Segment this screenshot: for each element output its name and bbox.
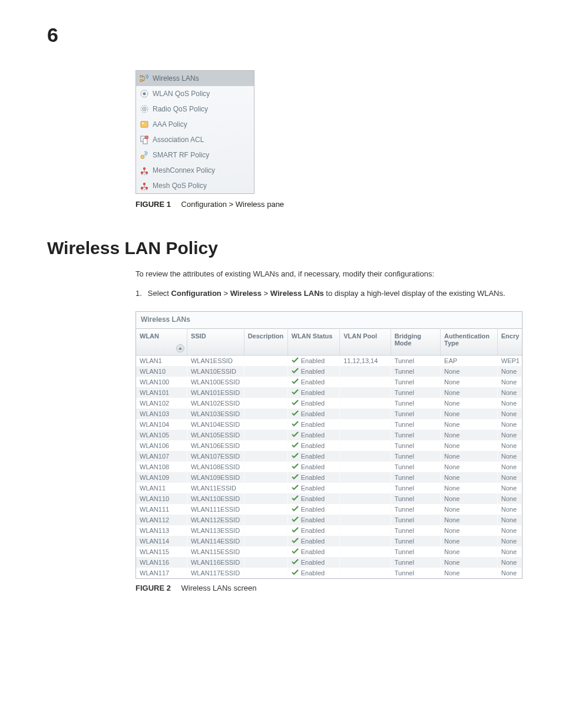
check-icon: [292, 506, 299, 512]
cell-enc: None: [497, 440, 521, 451]
table-row[interactable]: WLAN110WLAN110ESSIDEnabledTunnelNoneNone: [136, 493, 522, 504]
sort-asc-icon[interactable]: [176, 344, 184, 353]
figure2-caption: FIGURE 2 Wireless LANs screen: [135, 584, 521, 592]
cell-wlan: WLAN102: [136, 398, 187, 409]
cell-bridge: Tunnel: [391, 440, 440, 451]
panel-title: Wireless LANs: [136, 312, 522, 328]
tree-item-label: Radio QoS Policy: [153, 103, 208, 115]
tree-item-wlan-qos-policy[interactable]: WLAN QoS Policy: [136, 86, 254, 101]
tree-item-meshconnex-policy[interactable]: MeshConnex Policy: [136, 163, 254, 178]
cell-status: Enabled: [287, 398, 340, 409]
cell-wlan: WLAN114: [136, 536, 187, 546]
table-row[interactable]: WLAN106WLAN106ESSIDEnabledTunnelNoneNone: [136, 440, 522, 451]
cell-wlan: WLAN113: [136, 525, 187, 536]
col-auth[interactable]: Authentication Type: [441, 328, 498, 355]
tree-item-association-acl[interactable]: Association ACL: [136, 132, 254, 147]
cell-desc: [244, 536, 287, 546]
col-encryption[interactable]: Encry: [497, 328, 521, 355]
tree-item-wireless-lans[interactable]: Wireless LANs: [136, 71, 254, 86]
cell-bridge: Tunnel: [391, 355, 440, 366]
table-row[interactable]: WLAN114WLAN114ESSIDEnabledTunnelNoneNone: [136, 536, 522, 546]
cell-bridge: Tunnel: [391, 557, 440, 568]
wireless-lans-panel: Wireless LANs WLAN SSID Description WLAN…: [135, 311, 523, 579]
table-row[interactable]: WLAN105WLAN105ESSIDEnabledTunnelNoneNone: [136, 430, 522, 440]
cell-auth: None: [441, 462, 498, 472]
cell-auth: EAP: [441, 355, 498, 366]
table-row[interactable]: WLAN107WLAN107ESSIDEnabledTunnelNoneNone: [136, 451, 522, 462]
cell-pool: [340, 568, 391, 578]
cell-auth: None: [441, 377, 498, 387]
cell-enc: None: [497, 377, 521, 387]
cell-status: Enabled: [287, 493, 340, 504]
svg-point-3: [143, 93, 146, 95]
check-icon: [292, 474, 299, 480]
cell-auth: None: [441, 568, 498, 578]
table-row[interactable]: WLAN103WLAN103ESSIDEnabledTunnelNoneNone: [136, 409, 522, 419]
cell-enc: None: [497, 409, 521, 419]
svg-point-25: [146, 189, 147, 190]
cell-wlan: WLAN11: [136, 483, 187, 493]
cell-auth: None: [441, 536, 498, 546]
cell-enc: None: [497, 504, 521, 515]
table-row[interactable]: WLAN116WLAN116ESSIDEnabledTunnelNoneNone: [136, 557, 522, 568]
table-row[interactable]: WLAN100WLAN100ESSIDEnabledTunnelNoneNone: [136, 377, 522, 387]
aaa-policy-icon: [140, 120, 149, 129]
table-row[interactable]: WLAN11WLAN11ESSIDEnabledTunnelNoneNone: [136, 483, 522, 493]
cell-status: Enabled: [287, 525, 340, 536]
chapter-number: 6: [47, 24, 521, 47]
tree-item-radio-qos-policy[interactable]: Radio QoS Policy: [136, 101, 254, 117]
cell-auth: None: [441, 387, 498, 398]
table-row[interactable]: WLAN1WLAN1ESSIDEnabled11,12,13,14TunnelE…: [136, 355, 522, 366]
cell-pool: [340, 440, 391, 451]
cell-status: Enabled: [287, 377, 340, 387]
table-row[interactable]: WLAN10WLAN10ESSIDEnabledTunnelNoneNone: [136, 366, 522, 377]
cell-pool: [340, 483, 391, 493]
cell-wlan: WLAN107: [136, 451, 187, 462]
table-row[interactable]: WLAN108WLAN108ESSIDEnabledTunnelNoneNone: [136, 462, 522, 472]
table-row[interactable]: WLAN101WLAN101ESSIDEnabledTunnelNoneNone: [136, 387, 522, 398]
cell-auth: None: [441, 515, 498, 525]
col-bridging[interactable]: Bridging Mode: [391, 328, 440, 355]
svg-rect-7: [141, 121, 148, 127]
table-row[interactable]: WLAN112WLAN112ESSIDEnabledTunnelNoneNone: [136, 515, 522, 525]
table-row[interactable]: WLAN113WLAN113ESSIDEnabledTunnelNoneNone: [136, 525, 522, 536]
cell-desc: [244, 525, 287, 536]
table-row[interactable]: WLAN102WLAN102ESSIDEnabledTunnelNoneNone: [136, 398, 522, 409]
tree-item-mesh-qos-policy[interactable]: Mesh QoS Policy: [136, 178, 254, 193]
table-row[interactable]: WLAN104WLAN104ESSIDEnabledTunnelNoneNone: [136, 419, 522, 430]
cell-auth: None: [441, 483, 498, 493]
cell-pool: [340, 472, 391, 483]
col-ssid[interactable]: SSID: [187, 328, 244, 355]
cell-enc: None: [497, 387, 521, 398]
table-row[interactable]: WLAN117WLAN117ESSIDEnabledTunnelNoneNone: [136, 568, 522, 578]
table-row[interactable]: WLAN111WLAN111ESSIDEnabledTunnelNoneNone: [136, 504, 522, 515]
cell-desc: [244, 557, 287, 568]
cell-bridge: Tunnel: [391, 472, 440, 483]
col-vlan-pool[interactable]: VLAN Pool: [340, 328, 391, 355]
tree-item-smart-rf-policy[interactable]: SMART RF Policy: [136, 147, 254, 163]
svg-point-16: [146, 172, 148, 174]
cell-auth: None: [441, 440, 498, 451]
cell-ssid: WLAN10ESSID: [187, 366, 244, 377]
cell-bridge: Tunnel: [391, 430, 440, 440]
cell-wlan: WLAN117: [136, 568, 187, 578]
cell-desc: [244, 462, 287, 472]
cell-bridge: Tunnel: [391, 483, 440, 493]
tree-item-aaa-policy[interactable]: AAA Policy: [136, 117, 254, 132]
cell-pool: 11,12,13,14: [340, 355, 391, 366]
cell-enc: None: [497, 536, 521, 546]
svg-point-15: [141, 172, 143, 174]
tree-item-label: WLAN QoS Policy: [153, 88, 210, 100]
cell-bridge: Tunnel: [391, 419, 440, 430]
col-status[interactable]: WLAN Status: [287, 328, 340, 355]
col-description[interactable]: Description: [244, 328, 287, 355]
cell-pool: [340, 462, 391, 472]
col-wlan[interactable]: WLAN: [136, 328, 187, 355]
cell-wlan: WLAN106: [136, 440, 187, 451]
table-row[interactable]: WLAN115WLAN115ESSIDEnabledTunnelNoneNone: [136, 546, 522, 557]
wireless-tree-pane: Wireless LANsWLAN QoS PolicyRadio QoS Po…: [135, 70, 254, 194]
table-row[interactable]: WLAN109WLAN109ESSIDEnabledTunnelNoneNone: [136, 472, 522, 483]
cell-auth: None: [441, 409, 498, 419]
cell-pool: [340, 419, 391, 430]
cell-desc: [244, 504, 287, 515]
